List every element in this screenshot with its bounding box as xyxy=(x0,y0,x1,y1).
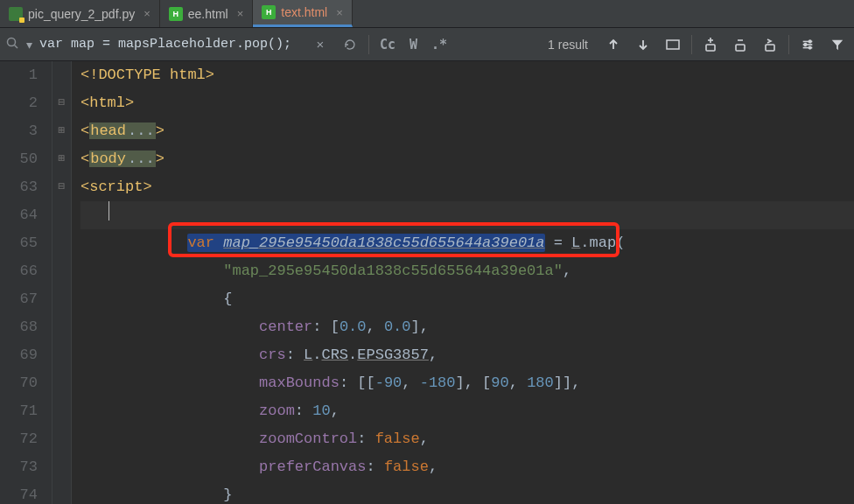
code-line[interactable]: zoom: 10, xyxy=(80,397,854,425)
chevron-down-icon[interactable]: ▾ xyxy=(26,38,32,52)
html-file-icon: H xyxy=(169,7,183,21)
code-line[interactable]: var map_295e95450da1838c55d655644a39e01a… xyxy=(80,229,854,257)
tab-ee-html[interactable]: H ee.html × xyxy=(160,0,254,27)
fold-marker[interactable] xyxy=(52,369,71,397)
fold-marker[interactable] xyxy=(52,229,71,257)
code-line[interactable]: <!DOCTYPE html> xyxy=(80,61,854,89)
select-all-button[interactable] xyxy=(759,33,781,56)
line-number: 64 xyxy=(0,201,38,229)
svg-point-15 xyxy=(804,43,807,46)
add-selection-button[interactable] xyxy=(699,33,722,56)
code-line[interactable]: zoomControl: false, xyxy=(80,425,854,453)
svg-rect-10 xyxy=(766,45,774,51)
tab-pic-query[interactable]: pic_query_2_pdf.py × xyxy=(0,0,160,27)
code-editor[interactable]: 1 2 3 50 63 64 65 66 67 68 69 70 71 72 7… xyxy=(0,61,854,504)
line-number: 1 xyxy=(0,61,38,89)
line-number: 73 xyxy=(0,453,38,481)
code-line[interactable]: "map_295e95450da1838c55d655644a39e01a", xyxy=(80,257,854,285)
code-line[interactable]: preferCanvas: false, xyxy=(80,453,854,481)
svg-rect-4 xyxy=(667,40,679,49)
line-number: 71 xyxy=(0,397,38,425)
code-line[interactable]: maxBounds: [[-90, -180], [90, 180]], xyxy=(80,369,854,397)
select-all-occurrences-button[interactable] xyxy=(662,33,684,56)
fold-marker[interactable] xyxy=(52,481,71,504)
result-count: 1 result xyxy=(541,38,595,52)
line-number: 74 xyxy=(0,481,38,504)
fold-marker[interactable]: ⊞ xyxy=(52,145,71,173)
code-line[interactable]: } xyxy=(80,481,854,504)
svg-line-1 xyxy=(15,46,18,49)
line-number: 69 xyxy=(0,341,38,369)
html-file-icon: H xyxy=(262,5,276,19)
tab-bar: pic_query_2_pdf.py × H ee.html × H text.… xyxy=(0,0,854,28)
tab-label: text.html xyxy=(281,5,327,19)
line-number: 3 xyxy=(0,117,38,145)
code-area[interactable]: <!DOCTYPE html> <html> <head...> <body..… xyxy=(72,61,854,504)
fold-gutter: ⊟ ⊞ ⊞ ⊟ xyxy=(52,61,72,504)
close-icon[interactable]: × xyxy=(336,6,343,19)
svg-rect-7 xyxy=(706,45,715,51)
search-icon xyxy=(5,36,19,52)
prev-match-button[interactable] xyxy=(602,33,625,56)
tab-label: pic_query_2_pdf.py xyxy=(28,7,135,21)
svg-point-14 xyxy=(808,40,811,43)
svg-rect-9 xyxy=(736,45,745,51)
settings-icon[interactable] xyxy=(796,33,819,56)
line-number: 65 xyxy=(0,229,38,257)
tab-label: ee.html xyxy=(188,7,228,21)
line-number: 72 xyxy=(0,425,38,453)
code-line[interactable]: center: [0.0, 0.0], xyxy=(80,313,854,341)
regex-button[interactable]: .* xyxy=(428,33,451,56)
code-line[interactable]: <script> xyxy=(80,173,854,201)
clear-search-icon[interactable]: × xyxy=(309,33,332,56)
remove-selection-button[interactable] xyxy=(729,33,752,56)
fold-marker[interactable] xyxy=(52,201,71,229)
fold-marker[interactable] xyxy=(52,425,71,453)
caret-icon xyxy=(108,201,109,220)
find-bar: ▾ var map = mapsPlaceholder.pop(); × Cc … xyxy=(0,28,854,61)
fold-marker[interactable] xyxy=(52,61,71,89)
line-number: 67 xyxy=(0,285,38,313)
words-button[interactable]: W xyxy=(406,33,421,56)
code-line[interactable]: { xyxy=(80,285,854,313)
svg-point-0 xyxy=(8,38,16,46)
close-icon[interactable]: × xyxy=(144,7,150,20)
code-line[interactable]: <html> xyxy=(80,89,854,117)
code-line[interactable]: <body...> xyxy=(80,145,854,173)
fold-marker[interactable] xyxy=(52,453,71,481)
search-input[interactable]: var map = mapsPlaceholder.pop(); xyxy=(39,37,302,52)
svg-marker-17 xyxy=(832,39,843,50)
filter-icon[interactable] xyxy=(826,33,849,56)
svg-point-16 xyxy=(808,46,811,49)
fold-marker[interactable] xyxy=(52,313,71,341)
fold-marker[interactable] xyxy=(52,341,71,369)
line-number: 68 xyxy=(0,313,38,341)
code-line[interactable] xyxy=(80,201,854,229)
fold-marker[interactable]: ⊟ xyxy=(52,89,71,117)
code-line[interactable]: crs: L.CRS.EPSG3857, xyxy=(80,341,854,369)
fold-marker[interactable] xyxy=(52,397,71,425)
fold-marker[interactable]: ⊟ xyxy=(52,173,71,201)
fold-marker[interactable]: ⊞ xyxy=(52,117,71,145)
line-number: 63 xyxy=(0,173,38,201)
close-icon[interactable]: × xyxy=(237,7,244,20)
line-number: 70 xyxy=(0,369,38,397)
line-gutter: 1 2 3 50 63 64 65 66 67 68 69 70 71 72 7… xyxy=(0,61,52,504)
python-file-icon xyxy=(9,7,23,21)
history-icon[interactable] xyxy=(339,33,361,56)
match-case-button[interactable]: Cc xyxy=(376,33,399,56)
line-number: 50 xyxy=(0,145,38,173)
code-line[interactable]: <head...> xyxy=(80,117,854,145)
line-number: 66 xyxy=(0,257,38,285)
line-number: 2 xyxy=(0,89,38,117)
fold-marker[interactable] xyxy=(52,257,71,285)
fold-marker[interactable] xyxy=(52,285,71,313)
next-match-button[interactable] xyxy=(632,33,654,56)
tab-text-html[interactable]: H text.html × xyxy=(253,0,353,27)
